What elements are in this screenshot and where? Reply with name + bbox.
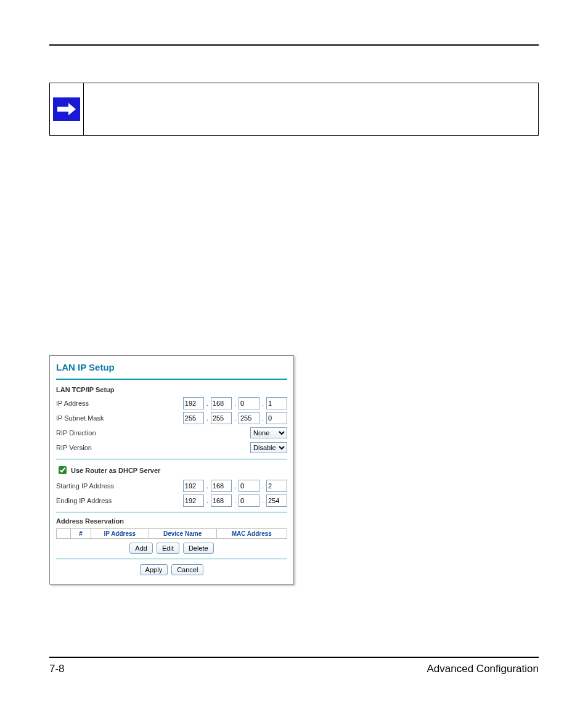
reservation-buttons: Add Edit Delete (56, 543, 287, 554)
footer-rule (49, 657, 539, 658)
subnet-mask-group: . . . (183, 412, 287, 424)
ip-octet-4[interactable] (266, 397, 287, 409)
start-octet-3[interactable] (239, 480, 259, 492)
action-buttons: Apply Cancel (56, 564, 287, 575)
arrow-right-icon (53, 97, 80, 121)
mask-octet-1[interactable] (183, 412, 204, 424)
dhcp-checkbox[interactable] (59, 466, 67, 474)
ip-octet-2[interactable] (211, 397, 232, 409)
rip-direction-label: RIP Direction (56, 429, 96, 437)
subnet-mask-row: IP Subnet Mask . . . (56, 412, 287, 424)
delete-button[interactable]: Delete (183, 543, 214, 554)
note-text (84, 83, 538, 135)
reservation-col-device: Device Name (149, 529, 216, 539)
end-octet-2[interactable] (211, 495, 232, 507)
start-octet-1[interactable] (183, 480, 204, 492)
page-number: 7-8 (49, 663, 65, 675)
start-octet-2[interactable] (211, 480, 232, 492)
ending-ip-row: Ending IP Address . . . (56, 495, 287, 507)
mask-octet-4[interactable] (266, 412, 287, 424)
apply-button[interactable]: Apply (140, 564, 168, 575)
note-icon-cell (50, 83, 84, 135)
starting-ip-row: Starting IP Address . . . (56, 480, 287, 492)
lan-ip-setup-panel: LAN IP Setup LAN TCP/IP Setup IP Address… (49, 355, 294, 585)
ip-address-group: . . . (183, 397, 287, 409)
tcpip-heading: LAN TCP/IP Setup (56, 386, 287, 393)
divider (56, 379, 287, 380)
top-rule (49, 44, 539, 46)
divider (56, 459, 287, 459)
page-footer: 7-8 Advanced Configuration (49, 663, 539, 675)
mask-octet-3[interactable] (239, 412, 259, 424)
divider (56, 512, 287, 512)
reservation-col-num: # (71, 529, 91, 539)
section-title: Advanced Configuration (427, 663, 539, 675)
ending-ip-label: Ending IP Address (56, 497, 112, 504)
starting-ip-label: Starting IP Address (56, 482, 114, 490)
rip-version-select[interactable]: Disable (250, 442, 287, 453)
add-button[interactable]: Add (129, 543, 153, 554)
ip-address-label: IP Address (56, 400, 89, 407)
ip-address-row: IP Address . . . (56, 397, 287, 409)
reservation-col-mac: MAC Address (216, 529, 287, 539)
note-box (49, 83, 539, 136)
ip-octet-1[interactable] (183, 397, 204, 409)
subnet-mask-label: IP Subnet Mask (56, 414, 104, 422)
panel-title: LAN IP Setup (56, 362, 287, 372)
edit-button[interactable]: Edit (157, 543, 179, 554)
end-octet-4[interactable] (266, 495, 287, 507)
dhcp-checkbox-label: Use Router as DHCP Server (71, 467, 160, 474)
ending-ip-group: . . . (183, 495, 287, 507)
reservation-heading: Address Reservation (56, 517, 287, 525)
end-octet-1[interactable] (183, 495, 204, 507)
rip-version-row: RIP Version Disable (56, 441, 287, 454)
rip-version-label: RIP Version (56, 444, 92, 451)
end-octet-3[interactable] (239, 495, 259, 507)
reservation-col-radio (57, 529, 71, 539)
mask-octet-2[interactable] (211, 412, 232, 424)
divider (56, 559, 287, 559)
reservation-table: # IP Address Device Name MAC Address (56, 528, 287, 539)
cancel-button[interactable]: Cancel (171, 564, 203, 575)
dhcp-checkbox-row: Use Router as DHCP Server (56, 464, 287, 476)
start-octet-4[interactable] (266, 480, 287, 492)
rip-direction-row: RIP Direction None (56, 427, 287, 439)
rip-direction-select[interactable]: None (250, 427, 287, 438)
starting-ip-group: . . . (183, 480, 287, 492)
reservation-col-ip: IP Address (91, 529, 149, 539)
ip-octet-3[interactable] (239, 397, 259, 409)
